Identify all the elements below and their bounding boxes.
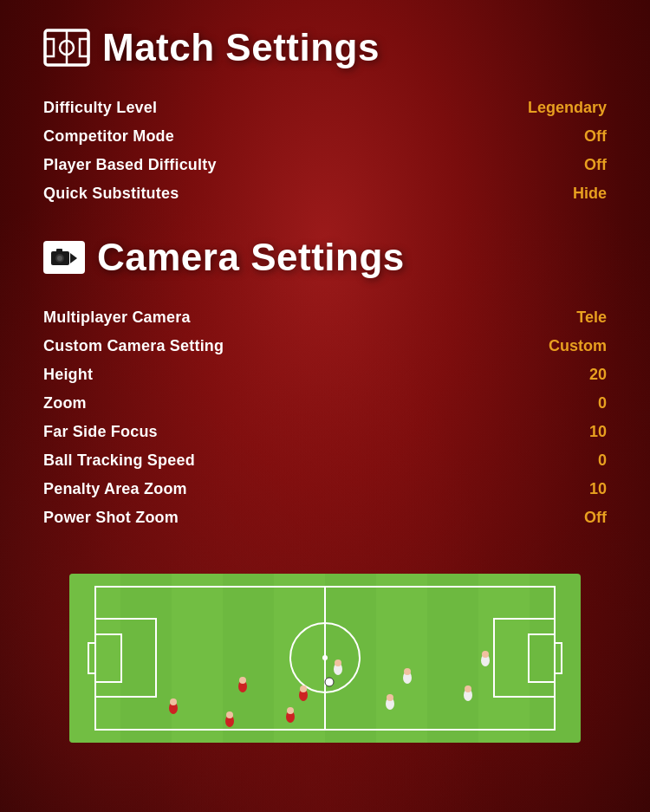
setting-value: Legendary [528, 99, 607, 117]
svg-point-45 [482, 651, 489, 658]
camera-settings-title: Camera Settings [97, 236, 405, 279]
svg-marker-8 [70, 253, 77, 263]
setting-label: Difficulty Level [43, 99, 157, 117]
svg-point-27 [170, 698, 177, 705]
setting-value: Off [584, 156, 607, 174]
camera-setting-row[interactable]: Multiplayer Camera Tele [43, 303, 607, 332]
camera-setting-row[interactable]: Height 20 [43, 361, 607, 389]
setting-value: 0 [598, 394, 607, 412]
svg-point-37 [335, 659, 341, 666]
svg-point-7 [57, 256, 62, 261]
match-settings-header: Match Settings [43, 26, 607, 69]
match-setting-row[interactable]: Competitor Mode Off [43, 122, 607, 151]
svg-point-33 [287, 707, 294, 714]
match-settings-group: Difficulty Level Legendary Competitor Mo… [43, 94, 607, 208]
camera-setting-row[interactable]: Penalty Area Zoom 10 [43, 475, 607, 503]
stadium-icon [43, 29, 90, 67]
svg-point-39 [387, 694, 393, 701]
setting-value: Hide [573, 185, 607, 203]
svg-point-46 [325, 678, 334, 686]
setting-label: Power Shot Zoom [43, 509, 179, 527]
setting-label: Ball Tracking Speed [43, 451, 195, 470]
setting-value: Off [584, 127, 607, 146]
camera-icon [43, 241, 85, 274]
svg-point-35 [300, 685, 307, 692]
setting-value: 10 [589, 423, 607, 441]
camera-settings-header: Camera Settings [43, 236, 607, 279]
setting-value: 0 [598, 451, 607, 470]
svg-rect-14 [376, 574, 427, 743]
match-setting-row[interactable]: Player Based Difficulty Off [43, 151, 607, 179]
match-settings-title: Match Settings [102, 26, 380, 69]
setting-value: Custom [549, 337, 607, 355]
match-setting-row[interactable]: Quick Substitutes Hide [43, 179, 607, 208]
camera-setting-row[interactable]: Custom Camera Setting Custom [43, 332, 607, 361]
match-setting-row[interactable]: Difficulty Level Legendary [43, 94, 607, 122]
svg-point-41 [404, 668, 411, 675]
setting-label: Zoom [43, 394, 87, 412]
setting-label: Custom Camera Setting [43, 337, 224, 355]
setting-value: 10 [589, 480, 607, 498]
setting-label: Multiplayer Camera [43, 309, 191, 327]
setting-label: Far Side Focus [43, 423, 158, 441]
svg-rect-9 [56, 249, 62, 252]
camera-settings-group: Multiplayer Camera Tele Custom Camera Se… [43, 303, 607, 532]
svg-point-29 [226, 711, 233, 718]
setting-value: 20 [589, 366, 607, 384]
camera-setting-row[interactable]: Zoom 0 [43, 389, 607, 418]
svg-rect-13 [274, 574, 325, 743]
svg-point-19 [322, 655, 328, 660]
camera-setting-row[interactable]: Ball Tracking Speed 0 [43, 446, 607, 475]
setting-label: Player Based Difficulty [43, 156, 217, 174]
camera-setting-row[interactable]: Power Shot Zoom Off [43, 503, 607, 532]
field-preview [69, 574, 581, 743]
svg-rect-12 [172, 574, 223, 743]
setting-label: Quick Substitutes [43, 185, 179, 203]
setting-label: Penalty Area Zoom [43, 480, 187, 498]
setting-label: Competitor Mode [43, 127, 174, 146]
camera-setting-row[interactable]: Far Side Focus 10 [43, 418, 607, 446]
setting-label: Height [43, 366, 93, 384]
svg-point-31 [239, 677, 246, 684]
svg-point-43 [465, 685, 471, 692]
setting-value: Tele [576, 309, 607, 327]
setting-value: Off [584, 509, 607, 527]
